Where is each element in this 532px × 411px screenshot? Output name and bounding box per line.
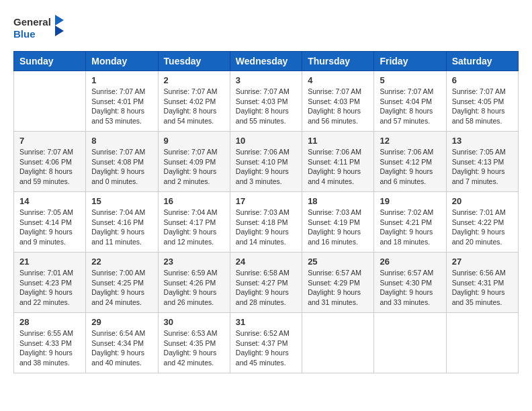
calendar-cell: 28Sunrise: 6:55 AMSunset: 4:33 PMDayligh…	[14, 313, 86, 373]
day-info: Sunrise: 7:07 AMSunset: 4:03 PMDaylight:…	[236, 87, 296, 126]
svg-marker-3	[55, 26, 64, 36]
weekday-header: Friday	[374, 52, 446, 71]
calendar-week-row: 1Sunrise: 7:07 AMSunset: 4:01 PMDaylight…	[14, 71, 519, 132]
svg-marker-2	[55, 15, 64, 26]
page-header: GeneralBlue	[13, 13, 519, 40]
day-number: 17	[236, 196, 296, 206]
day-number: 24	[236, 257, 296, 267]
calendar-cell: 23Sunrise: 6:59 AMSunset: 4:26 PMDayligh…	[158, 253, 230, 313]
day-number: 31	[236, 317, 296, 327]
day-number: 19	[380, 196, 440, 206]
day-info: Sunrise: 7:03 AMSunset: 4:18 PMDaylight:…	[236, 208, 296, 247]
calendar-cell: 19Sunrise: 7:02 AMSunset: 4:21 PMDayligh…	[374, 192, 446, 253]
day-number: 10	[236, 136, 296, 146]
calendar-cell: 18Sunrise: 7:03 AMSunset: 4:19 PMDayligh…	[302, 192, 374, 253]
calendar-body: 1Sunrise: 7:07 AMSunset: 4:01 PMDaylight…	[14, 71, 519, 373]
day-number: 7	[19, 136, 80, 146]
calendar-week-row: 28Sunrise: 6:55 AMSunset: 4:33 PMDayligh…	[14, 313, 519, 373]
svg-text:General: General	[13, 16, 51, 28]
weekday-header: Tuesday	[158, 52, 230, 71]
day-number: 14	[19, 196, 80, 206]
day-number: 30	[164, 317, 224, 327]
day-info: Sunrise: 6:58 AMSunset: 4:27 PMDaylight:…	[236, 268, 296, 308]
calendar-cell: 4Sunrise: 7:07 AMSunset: 4:03 PMDaylight…	[302, 71, 374, 132]
day-info: Sunrise: 7:06 AMSunset: 4:10 PMDaylight:…	[236, 147, 296, 187]
calendar-cell: 20Sunrise: 7:01 AMSunset: 4:22 PMDayligh…	[446, 192, 518, 253]
calendar-header: SundayMondayTuesdayWednesdayThursdayFrid…	[14, 52, 519, 71]
day-info: Sunrise: 6:59 AMSunset: 4:26 PMDaylight:…	[164, 268, 224, 308]
calendar-week-row: 14Sunrise: 7:05 AMSunset: 4:14 PMDayligh…	[14, 192, 519, 253]
day-info: Sunrise: 7:07 AMSunset: 4:01 PMDaylight:…	[91, 87, 152, 126]
calendar-cell: 8Sunrise: 7:07 AMSunset: 4:08 PMDaylight…	[86, 132, 158, 192]
calendar-cell: 31Sunrise: 6:52 AMSunset: 4:37 PMDayligh…	[230, 313, 302, 373]
calendar-cell: 15Sunrise: 7:04 AMSunset: 4:16 PMDayligh…	[86, 192, 158, 253]
weekday-header: Monday	[86, 52, 158, 71]
calendar-cell: 22Sunrise: 7:00 AMSunset: 4:25 PMDayligh…	[86, 253, 158, 313]
calendar-cell: 5Sunrise: 7:07 AMSunset: 4:04 PMDaylight…	[374, 71, 446, 132]
day-number: 25	[308, 257, 368, 267]
day-info: Sunrise: 6:53 AMSunset: 4:35 PMDaylight:…	[164, 328, 224, 368]
calendar-cell: 1Sunrise: 7:07 AMSunset: 4:01 PMDaylight…	[86, 71, 158, 132]
calendar-cell	[446, 313, 518, 373]
calendar-cell: 7Sunrise: 7:07 AMSunset: 4:06 PMDaylight…	[14, 132, 86, 192]
calendar-cell: 25Sunrise: 6:57 AMSunset: 4:29 PMDayligh…	[302, 253, 374, 313]
calendar-cell: 12Sunrise: 7:06 AMSunset: 4:12 PMDayligh…	[374, 132, 446, 192]
day-number: 27	[452, 257, 513, 267]
calendar-cell: 11Sunrise: 7:06 AMSunset: 4:11 PMDayligh…	[302, 132, 374, 192]
weekday-header: Thursday	[302, 52, 374, 71]
day-info: Sunrise: 7:07 AMSunset: 4:03 PMDaylight:…	[308, 87, 368, 126]
logo-icon: GeneralBlue	[13, 13, 67, 40]
day-number: 4	[308, 75, 368, 85]
calendar-week-row: 21Sunrise: 7:01 AMSunset: 4:23 PMDayligh…	[14, 253, 519, 313]
day-info: Sunrise: 7:04 AMSunset: 4:17 PMDaylight:…	[164, 208, 224, 247]
day-number: 8	[91, 136, 152, 146]
day-number: 29	[91, 317, 152, 327]
day-number: 20	[452, 196, 513, 206]
day-number: 15	[91, 196, 152, 206]
day-number: 26	[380, 257, 440, 267]
day-number: 13	[452, 136, 513, 146]
day-number: 22	[91, 257, 152, 267]
day-number: 21	[19, 257, 80, 267]
day-number: 12	[380, 136, 440, 146]
weekday-header: Wednesday	[230, 52, 302, 71]
day-info: Sunrise: 7:03 AMSunset: 4:19 PMDaylight:…	[308, 208, 368, 247]
day-number: 16	[164, 196, 224, 206]
day-info: Sunrise: 6:57 AMSunset: 4:30 PMDaylight:…	[380, 268, 440, 308]
calendar-cell: 27Sunrise: 6:56 AMSunset: 4:31 PMDayligh…	[446, 253, 518, 313]
calendar-cell: 10Sunrise: 7:06 AMSunset: 4:10 PMDayligh…	[230, 132, 302, 192]
calendar-cell	[302, 313, 374, 373]
day-info: Sunrise: 7:07 AMSunset: 4:09 PMDaylight:…	[164, 147, 224, 187]
calendar-table: SundayMondayTuesdayWednesdayThursdayFrid…	[13, 51, 519, 373]
calendar-cell: 6Sunrise: 7:07 AMSunset: 4:05 PMDaylight…	[446, 71, 518, 132]
day-info: Sunrise: 7:04 AMSunset: 4:16 PMDaylight:…	[91, 208, 152, 247]
day-info: Sunrise: 7:02 AMSunset: 4:21 PMDaylight:…	[380, 208, 440, 247]
day-number: 9	[164, 136, 224, 146]
day-number: 6	[452, 75, 513, 85]
calendar-cell: 3Sunrise: 7:07 AMSunset: 4:03 PMDaylight…	[230, 71, 302, 132]
day-number: 11	[308, 136, 368, 146]
day-number: 1	[91, 75, 152, 85]
calendar-cell: 9Sunrise: 7:07 AMSunset: 4:09 PMDaylight…	[158, 132, 230, 192]
day-info: Sunrise: 7:01 AMSunset: 4:23 PMDaylight:…	[19, 268, 80, 308]
day-number: 23	[164, 257, 224, 267]
day-info: Sunrise: 7:07 AMSunset: 4:06 PMDaylight:…	[19, 147, 80, 187]
day-info: Sunrise: 6:52 AMSunset: 4:37 PMDaylight:…	[236, 328, 296, 368]
day-info: Sunrise: 7:07 AMSunset: 4:08 PMDaylight:…	[91, 147, 152, 187]
calendar-cell: 21Sunrise: 7:01 AMSunset: 4:23 PMDayligh…	[14, 253, 86, 313]
day-number: 2	[164, 75, 224, 85]
calendar-cell	[14, 71, 86, 132]
calendar-cell: 30Sunrise: 6:53 AMSunset: 4:35 PMDayligh…	[158, 313, 230, 373]
logo: GeneralBlue	[13, 13, 67, 40]
calendar-cell: 14Sunrise: 7:05 AMSunset: 4:14 PMDayligh…	[14, 192, 86, 253]
calendar-cell: 24Sunrise: 6:58 AMSunset: 4:27 PMDayligh…	[230, 253, 302, 313]
day-info: Sunrise: 7:07 AMSunset: 4:05 PMDaylight:…	[452, 87, 513, 126]
day-info: Sunrise: 6:54 AMSunset: 4:34 PMDaylight:…	[91, 328, 152, 368]
calendar-cell: 26Sunrise: 6:57 AMSunset: 4:30 PMDayligh…	[374, 253, 446, 313]
day-number: 28	[19, 317, 80, 327]
day-info: Sunrise: 7:06 AMSunset: 4:12 PMDaylight:…	[380, 147, 440, 187]
calendar-cell	[374, 313, 446, 373]
day-info: Sunrise: 7:00 AMSunset: 4:25 PMDaylight:…	[91, 268, 152, 308]
day-info: Sunrise: 7:06 AMSunset: 4:11 PMDaylight:…	[308, 147, 368, 187]
day-number: 18	[308, 196, 368, 206]
